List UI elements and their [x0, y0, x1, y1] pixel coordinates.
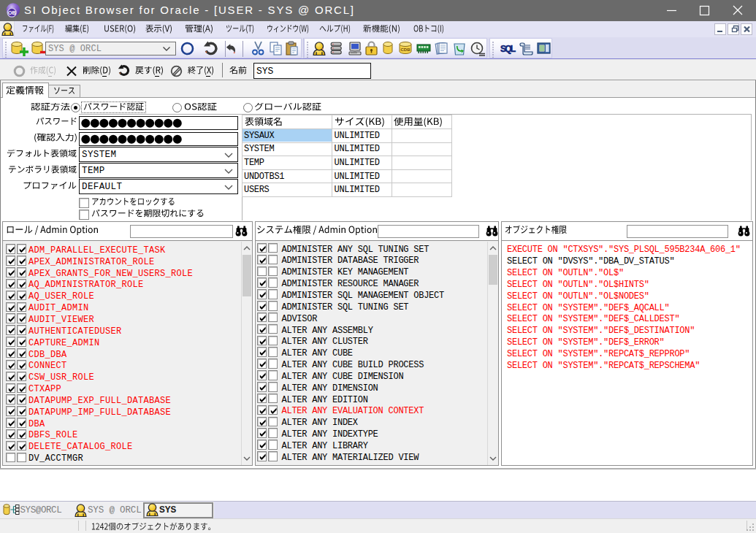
svg-text:OB: OB [8, 9, 17, 16]
svg-text:CDB: CDB [401, 47, 411, 52]
svg-text:SQL: SQL [500, 44, 516, 54]
